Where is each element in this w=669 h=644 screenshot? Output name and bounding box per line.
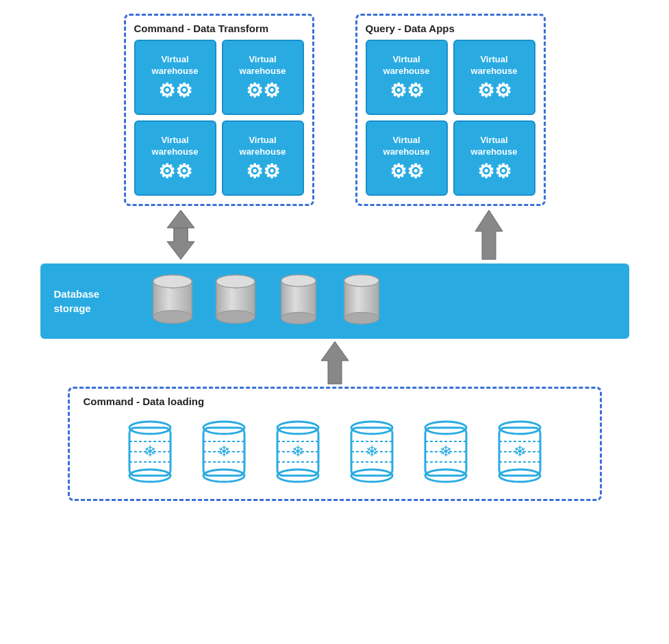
cylinder-icon-2 [212, 274, 260, 329]
svg-text:❄: ❄ [218, 443, 230, 460]
svg-point-10 [216, 275, 254, 288]
loader-icon-3: ❄ [270, 414, 325, 489]
loader-item-6: ❄ [489, 414, 551, 489]
cylinder-icon-3 [275, 274, 323, 329]
gear-icon-1: ⚙⚙ [158, 81, 192, 101]
gear-icon-8: ⚙⚙ [477, 162, 512, 181]
svg-point-17 [344, 312, 379, 324]
gear-icon-7: ⚙⚙ [390, 162, 424, 181]
top-row: Command - Data Transform Virtualwarehous… [14, 14, 655, 206]
svg-text:❄: ❄ [366, 443, 378, 460]
vw-tile-right-2: Virtualwarehouse ⚙⚙ [453, 40, 535, 115]
vw-tile-label: Virtualwarehouse [152, 135, 199, 158]
loader-item-2: ❄ [193, 414, 255, 489]
loader-icon-4: ❄ [344, 414, 399, 489]
svg-point-6 [153, 275, 191, 288]
gear-icon-6: ⚙⚙ [477, 81, 512, 101]
db-storage-label: Databasestorage [54, 287, 123, 315]
vw-grid-right: Virtualwarehouse ⚙⚙ Virtualwarehouse ⚙⚙ … [366, 40, 535, 196]
loader-item-5: ❄ [415, 414, 477, 489]
loader-row: ❄ ❄ [84, 414, 586, 489]
svg-text:❄: ❄ [144, 443, 156, 460]
vw-tile-left-3: Virtualwarehouse ⚙⚙ [134, 120, 216, 196]
arrow-up-icon [468, 207, 509, 262]
vw-tile-label: Virtualwarehouse [240, 135, 286, 158]
svg-text:❄: ❄ [440, 443, 452, 460]
vw-tile-label: Virtualwarehouse [240, 54, 286, 77]
cluster-query-apps-title: Query - Data Apps [366, 23, 535, 34]
loader-icon-6: ❄ [492, 414, 547, 489]
svg-point-18 [344, 275, 379, 287]
cluster-data-loading-title: Command - Data loading [84, 396, 586, 407]
vw-tile-label: Virtualwarehouse [471, 54, 518, 77]
svg-point-14 [281, 275, 316, 287]
loader-icon-5: ❄ [418, 414, 473, 489]
vw-tile-left-1: Virtualwarehouse ⚙⚙ [134, 40, 216, 115]
svg-point-5 [153, 311, 191, 324]
cluster-data-transform-title: Command - Data Transform [134, 23, 304, 34]
arrow-up-container [393, 207, 585, 262]
db-storage-bar: Databasestorage [40, 263, 629, 339]
cluster-query-apps: Query - Data Apps Virtualwarehouse ⚙⚙ Vi… [355, 14, 546, 206]
cylinder-icon-4 [338, 274, 386, 329]
vw-tile-right-3: Virtualwarehouse ⚙⚙ [366, 120, 448, 196]
vw-grid-left: Virtualwarehouse ⚙⚙ Virtualwarehouse ⚙⚙ … [134, 40, 304, 196]
gear-icon-2: ⚙⚙ [246, 81, 280, 101]
arrow-gap-filler [318, 207, 352, 262]
vw-tile-label: Virtualwarehouse [383, 54, 430, 77]
vw-tile-label: Virtualwarehouse [383, 135, 430, 158]
loader-item-3: ❄ [267, 414, 329, 489]
arrow-bottom-up-icon [314, 339, 355, 387]
arrow-bottom-row [14, 339, 655, 387]
vw-tile-left-2: Virtualwarehouse ⚙⚙ [222, 40, 304, 115]
vw-tile-label: Virtualwarehouse [152, 54, 199, 77]
vw-tile-label: Virtualwarehouse [471, 135, 518, 158]
svg-marker-2 [475, 210, 503, 259]
svg-text:❄: ❄ [514, 443, 526, 460]
gear-icon-5: ⚙⚙ [390, 81, 424, 101]
cluster-data-transform: Command - Data Transform Virtualwarehous… [124, 14, 314, 206]
arrow-double-icon [160, 207, 201, 262]
loader-icon-2: ❄ [197, 414, 251, 489]
cluster-data-loading: Command - Data loading ❄ [68, 387, 602, 501]
loader-item-1: ❄ [119, 414, 181, 489]
svg-marker-1 [167, 228, 194, 259]
diagram-container: Command - Data Transform Virtualwarehous… [0, 0, 669, 644]
gear-icon-3: ⚙⚙ [158, 162, 192, 181]
cylinder-icon-1 [149, 274, 197, 329]
loader-icon-1: ❄ [123, 414, 177, 489]
vw-tile-right-1: Virtualwarehouse ⚙⚙ [366, 40, 448, 115]
db-cylinders [149, 274, 386, 329]
svg-marker-19 [321, 342, 349, 384]
vw-tile-right-4: Virtualwarehouse ⚙⚙ [453, 120, 535, 196]
svg-text:❄: ❄ [292, 443, 304, 460]
arrow-double-container [85, 207, 277, 262]
svg-point-9 [216, 311, 254, 324]
arrows-row-top [14, 207, 655, 262]
svg-point-13 [281, 312, 316, 324]
vw-tile-left-4: Virtualwarehouse ⚙⚙ [222, 120, 304, 196]
loader-item-4: ❄ [341, 414, 403, 489]
gear-icon-4: ⚙⚙ [246, 162, 280, 181]
